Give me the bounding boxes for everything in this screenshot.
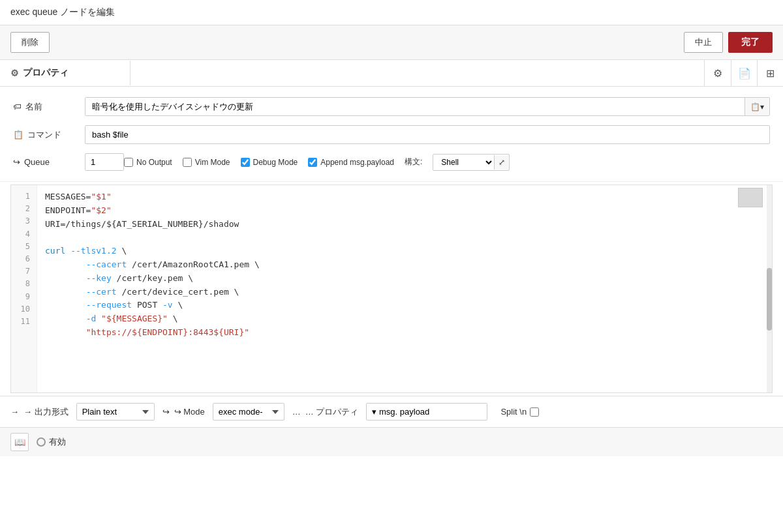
props-output-label: … … プロパティ: [292, 406, 359, 418]
command-input[interactable]: [85, 125, 770, 144]
command-label: 📋 コマンド: [13, 129, 85, 141]
code-content: MESSAGES="$1" ENDPOINT="$2" URI=/things/…: [37, 185, 772, 392]
output-format-select[interactable]: Plain text JSON Buffer: [76, 403, 155, 421]
editor-expand-button[interactable]: ⤢: [494, 155, 509, 170]
dots-icon: …: [292, 407, 301, 417]
toolbar-left: 削除: [10, 32, 50, 53]
props-value-input[interactable]: [366, 403, 487, 421]
properties-header-icons: ⚙ 📄 ⊞: [704, 60, 783, 86]
syntax-select-wrapper: Shell JavaScript Python Plain text ⤢: [433, 154, 510, 171]
properties-search-area[interactable]: [130, 65, 704, 82]
form-area: 🏷 名前 📋▾ 📋 コマンド ↪ Queue: [0, 87, 783, 182]
syntax-label: 構文:: [405, 156, 422, 168]
queue-options: No Output Vim Mode Debug Mode Append msg…: [124, 154, 770, 171]
status-radio: [37, 437, 46, 447]
scrollbar-thumb: [767, 268, 772, 330]
queue-label: ↪ Queue: [13, 157, 85, 167]
toolbar: 削除 中止 完了: [0, 25, 783, 60]
editor-inner: 1 2 3 4 5 6 7 8 9 10 11 MESSAGES="$1" EN…: [11, 185, 772, 392]
debug-mode-option: Debug Mode: [241, 158, 298, 167]
properties-label: プロパティ: [23, 67, 69, 79]
file-icon: 📋: [13, 130, 23, 140]
vim-mode-checkbox[interactable]: [183, 158, 192, 167]
queue-icon: ↪: [13, 157, 20, 167]
properties-search-input[interactable]: [137, 68, 698, 78]
name-suffix-button[interactable]: 📋▾: [745, 98, 769, 115]
queue-row: ↪ Queue No Output Vim Mode Debug Mode: [13, 153, 770, 171]
tag-icon: 🏷: [13, 102, 22, 111]
append-msg-checkbox[interactable]: [308, 158, 317, 167]
grid-icon-button[interactable]: ⊞: [757, 60, 783, 86]
debug-mode-label: Debug Mode: [253, 158, 298, 167]
queue-input[interactable]: [85, 153, 124, 171]
mode-label: ↪ ↪ Mode: [162, 407, 205, 417]
status-item[interactable]: 有効: [37, 436, 66, 448]
no-output-checkbox[interactable]: [124, 158, 133, 167]
settings-icon-button[interactable]: ⚙: [705, 60, 731, 86]
properties-title: ⚙ プロパティ: [0, 61, 130, 85]
line-numbers: 1 2 3 4 5 6 7 8 9 10 11: [11, 185, 37, 392]
properties-header: ⚙ プロパティ ⚙ 📄 ⊞: [0, 60, 783, 87]
minimap-thumbnail: [738, 188, 763, 207]
append-msg-option: Append msg.payload: [308, 158, 394, 167]
command-row: 📋 コマンド: [13, 125, 770, 144]
split-checkbox[interactable]: [530, 407, 539, 417]
no-output-option: No Output: [124, 158, 172, 167]
page-title: exec queue ノードを編集: [10, 7, 115, 17]
bottom-bar: 📖 有効: [0, 427, 783, 456]
output-format-label: → → 出力形式: [10, 406, 69, 418]
cancel-button[interactable]: 中止: [684, 32, 723, 53]
mode-arrow-icon: ↪: [162, 407, 170, 417]
vim-mode-label: Vim Mode: [195, 158, 230, 167]
split-label: Split \n: [500, 407, 539, 417]
vim-mode-option: Vim Mode: [183, 158, 230, 167]
debug-mode-checkbox[interactable]: [241, 158, 250, 167]
status-label: 有効: [49, 436, 66, 448]
gear-icon: ⚙: [10, 68, 19, 78]
arrow-right-icon: →: [10, 407, 19, 417]
book-icon-button[interactable]: 📖: [10, 433, 29, 451]
title-bar: exec queue ノードを編集: [0, 0, 783, 25]
name-input-wrapper: 📋▾: [85, 97, 770, 116]
mode-select[interactable]: exec mode- spawn mode: [213, 403, 284, 421]
name-row: 🏷 名前 📋▾: [13, 97, 770, 116]
delete-button[interactable]: 削除: [10, 32, 50, 53]
vertical-scrollbar[interactable]: [767, 185, 772, 392]
append-msg-label: Append msg.payload: [320, 158, 394, 167]
name-input[interactable]: [85, 98, 745, 115]
output-row: → → 出力形式 Plain text JSON Buffer ↪ ↪ Mode…: [0, 396, 783, 427]
complete-button[interactable]: 完了: [728, 32, 773, 53]
code-editor[interactable]: 1 2 3 4 5 6 7 8 9 10 11 MESSAGES="$1" EN…: [10, 185, 773, 393]
name-label: 🏷 名前: [13, 101, 85, 113]
no-output-label: No Output: [136, 158, 172, 167]
description-icon-button[interactable]: 📄: [731, 60, 757, 86]
syntax-select[interactable]: Shell JavaScript Python Plain text: [433, 155, 494, 170]
toolbar-right: 中止 完了: [684, 32, 773, 53]
